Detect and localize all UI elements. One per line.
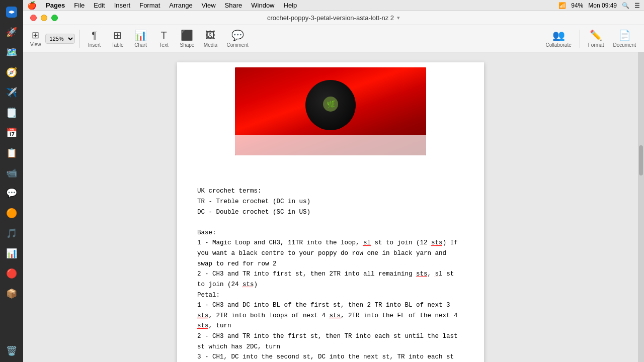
shape-label: Shape	[180, 42, 195, 48]
sidebar-icon-maps[interactable]: 🗺️	[3, 43, 21, 61]
menubar-help[interactable]: Help	[280, 1, 301, 10]
menubar-format[interactable]: Format	[135, 1, 164, 10]
menubar-battery: 94%	[571, 2, 583, 9]
collaborate-icon: 👥	[552, 29, 565, 41]
menubar: 🍎 Pages File Edit Insert Format Arrange …	[23, 0, 644, 11]
sidebar-icon-facetime[interactable]: 📹	[3, 164, 21, 182]
text-button[interactable]: T Text	[153, 27, 175, 50]
format-icon: ✏️	[590, 29, 602, 41]
content-line-tr: TR - Treble crochet (DC in us)	[197, 197, 464, 207]
menubar-view[interactable]: View	[198, 1, 220, 10]
sidebar-icon-launchpad[interactable]: 🚀	[3, 23, 21, 41]
menubar-right: 📶 94% Mon 09:49 🔍 ☰	[558, 2, 640, 9]
page-content[interactable]: UK crochet terms: TR - Treble crochet (D…	[177, 155, 484, 362]
content-line-petal1: 1 - CH3 and DC into BL of the first st, …	[197, 300, 464, 331]
collaborate-label: Collaborate	[546, 42, 572, 48]
toolbar-right-group: 👥 Collaborate ✏️ Format 📄 Document	[542, 27, 640, 50]
view-icon: ⊞	[32, 30, 39, 41]
poppy-image: 🌿	[235, 67, 426, 155]
format-label: Format	[588, 42, 604, 48]
menubar-share[interactable]: Share	[221, 1, 247, 10]
menubar-insert[interactable]: Insert	[110, 1, 135, 10]
scrollbar[interactable]	[638, 52, 644, 362]
insert-icon: ¶	[92, 30, 97, 41]
document-button[interactable]: 📄 Document	[609, 27, 640, 50]
menubar-search[interactable]: 🔍	[622, 2, 629, 9]
sidebar-icon-notes[interactable]: 🗒️	[3, 104, 21, 122]
content-line-uk-terms: UK crochet terms:	[197, 186, 464, 197]
content-line-petal3: 3 - CH1, DC into the second st, DC into …	[197, 352, 464, 362]
view-button[interactable]: ⊞ View	[27, 27, 44, 50]
content-line-blank3	[197, 217, 464, 228]
page-image-container: 🌿	[177, 62, 484, 155]
media-icon: 🖼	[205, 30, 215, 41]
sidebar-icon-unknown2[interactable]: 📦	[3, 285, 21, 303]
abbr-sts-4: sts	[197, 312, 209, 319]
content-line-row2: 2 - CH3 and TR into first st, then 2TR i…	[197, 269, 464, 290]
text-icon: T	[160, 30, 167, 41]
titlebar: crochet-poppy-3-petal-version-asta-lott-…	[23, 11, 644, 25]
chart-button[interactable]: 📊 Chart	[130, 27, 152, 50]
sidebar-icon-unknown1[interactable]: 🟠	[3, 204, 21, 222]
table-icon: ⊞	[113, 29, 122, 41]
content-line-base: Base:	[197, 228, 464, 238]
document-icon: 📄	[618, 29, 631, 41]
close-button[interactable]	[30, 15, 37, 21]
menubar-time: Mon 09:49	[588, 2, 617, 9]
maximize-button[interactable]	[51, 15, 58, 21]
abbr-sts-5: sts	[330, 312, 341, 319]
menubar-file[interactable]: File	[70, 1, 89, 10]
document-label: Document	[613, 42, 636, 48]
sidebar-icon-trash[interactable]: 🗑️	[3, 342, 21, 360]
comment-icon: 💬	[231, 29, 244, 41]
content-line-petal: Petal:	[197, 290, 464, 301]
minimize-button[interactable]	[41, 15, 47, 21]
shape-button[interactable]: ⬛ Shape	[176, 27, 199, 50]
sidebar-icon-compass[interactable]: 🧭	[3, 63, 21, 81]
toolbar-insert-group: ¶ Insert ⊞ Table 📊 Chart T Text ⬛ Shape …	[84, 27, 253, 50]
abbr-sts-1: sts	[431, 239, 443, 246]
sidebar-icon-notes2[interactable]: 📋	[3, 144, 21, 162]
abbr-sl-1: sl	[363, 239, 371, 246]
menubar-pages[interactable]: Pages	[42, 1, 69, 10]
content-line-blank2	[197, 176, 464, 187]
comment-button[interactable]: 💬 Comment	[222, 27, 252, 50]
sidebar-icon-calendar[interactable]: 📅	[3, 124, 21, 142]
insert-label: Insert	[88, 42, 101, 48]
view-label: View	[30, 42, 41, 47]
sidebar-icon-music[interactable]: 🎵	[3, 224, 21, 242]
title-text: crochet-poppy-3-petal-version-asta-lott-…	[267, 14, 394, 22]
menubar-arrange[interactable]: Arrange	[165, 1, 196, 10]
table-button[interactable]: ⊞ Table	[107, 27, 129, 50]
media-label: Media	[204, 42, 217, 48]
abbr-sl-2: sl	[435, 270, 443, 278]
sidebar: 🚀 🗺️ 🧭 ✈️ 🗒️ 📅 📋 📹 💬 🟠 🎵 📊 🔴 📦 🗑️	[0, 0, 23, 362]
sidebar-icon-messages[interactable]: 💬	[3, 184, 21, 202]
media-button[interactable]: 🖼 Media	[199, 27, 221, 50]
menubar-control-center[interactable]: ☰	[634, 2, 640, 9]
menubar-window[interactable]: Window	[247, 1, 278, 10]
document-scroll[interactable]: 🌿 UK crochet terms: TR - Treble crochet …	[23, 52, 638, 362]
traffic-lights	[30, 15, 58, 21]
chart-icon: 📊	[134, 29, 147, 41]
toolbar-separator-2	[580, 30, 580, 48]
zoom-select[interactable]: 125% 100% 75% 150%	[45, 34, 75, 44]
sidebar-icon-charts[interactable]: 📊	[3, 244, 21, 262]
sidebar-icon-rocket[interactable]: ✈️	[3, 83, 21, 102]
content-line-dc: DC - Double crochet (SC in US)	[197, 207, 464, 218]
menubar-wifi: 📶	[558, 2, 566, 9]
sidebar-icon-finder[interactable]	[3, 3, 21, 21]
abbr-sts-6: sts	[197, 322, 209, 329]
scrollbar-thumb[interactable]	[639, 145, 643, 175]
abbr-sts-3: sts	[243, 281, 254, 288]
collaborate-button[interactable]: 👥 Collaborate	[542, 27, 576, 50]
insert-button[interactable]: ¶ Insert	[84, 27, 106, 50]
toolbar-separator-1	[79, 30, 79, 48]
title-dropdown-arrow[interactable]: ▾	[397, 15, 400, 21]
sidebar-icon-notification[interactable]: 🔴	[3, 264, 21, 283]
format-button[interactable]: ✏️ Format	[584, 27, 608, 50]
content-line-petal2: 2 - CH3 and TR into the first st, then T…	[197, 331, 464, 352]
chart-label: Chart	[134, 42, 146, 48]
menubar-edit[interactable]: Edit	[90, 1, 109, 10]
apple-menu[interactable]: 🍎	[27, 1, 37, 10]
